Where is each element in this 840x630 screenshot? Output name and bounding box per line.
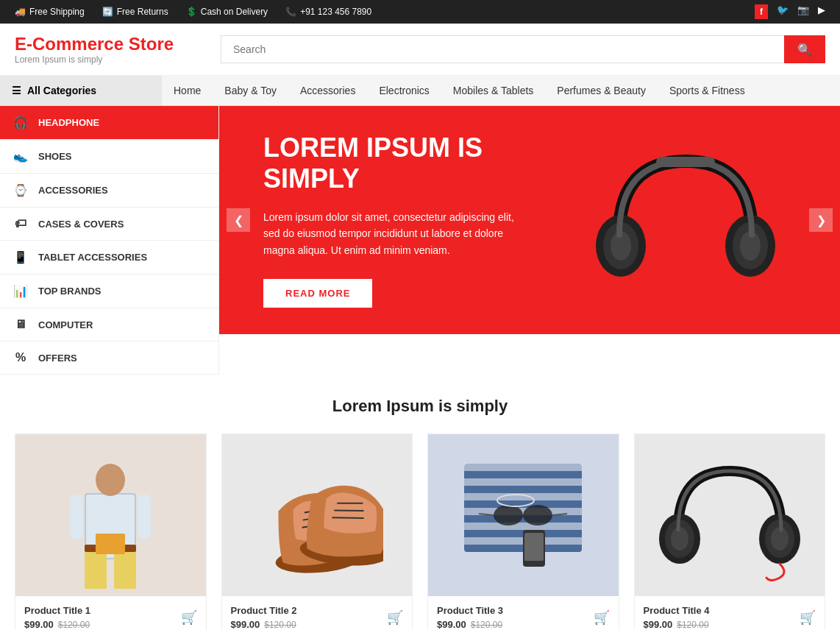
sidebar-label-cases: CASES & COVERS bbox=[38, 219, 124, 230]
sidebar-item-top-brands[interactable]: 📊 TOP BRANDS bbox=[0, 275, 218, 308]
instagram-icon[interactable]: 📷 bbox=[797, 4, 809, 19]
header: E-Commerce Store Lorem Ipsum is simply 🔍 bbox=[0, 24, 840, 76]
product-title-1: Product Title 1 bbox=[24, 605, 90, 616]
truck-icon: 🚚 bbox=[15, 7, 26, 17]
price-old-3: $120.00 bbox=[471, 620, 502, 630]
nav-electronics[interactable]: Electronics bbox=[367, 76, 441, 105]
product-details-1: Product Title 1 $99.00 $120.00 bbox=[24, 605, 90, 630]
nav-links: Home Baby & Toy Accessories Electronics … bbox=[162, 76, 757, 105]
svg-rect-27 bbox=[464, 493, 582, 500]
product-details-3: Product Title 3 $99.00 $120.00 bbox=[437, 605, 503, 630]
svg-rect-10 bbox=[85, 552, 107, 589]
banner: ❮ LOREM IPSUM IS SIMPLY Lorem ipsum dolo… bbox=[219, 106, 840, 334]
sidebar-item-computer[interactable]: 🖥 COMPUTER bbox=[0, 308, 218, 341]
product-price-2: $99.00 $120.00 bbox=[231, 619, 297, 630]
add-to-cart-3[interactable]: 🛒 bbox=[594, 609, 610, 626]
facebook-icon[interactable]: f bbox=[755, 4, 768, 19]
add-to-cart-2[interactable]: 🛒 bbox=[387, 609, 403, 626]
price-old-2: $120.00 bbox=[264, 620, 296, 630]
nav-bar: ☰ All Categories Home Baby & Toy Accesso… bbox=[0, 76, 840, 106]
banner-title: LOREM IPSUM IS SIMPLY bbox=[263, 132, 575, 194]
product-title-2: Product Title 2 bbox=[231, 605, 297, 616]
returns-info: 🔄 Free Returns bbox=[102, 7, 168, 17]
banner-prev-button[interactable]: ❮ bbox=[227, 208, 250, 232]
banner-area: ❮ LOREM IPSUM IS SIMPLY Lorem ipsum dolo… bbox=[219, 106, 840, 375]
svg-point-32 bbox=[523, 505, 552, 525]
product-info-2: Product Title 2 $99.00 $120.00 🛒 bbox=[222, 596, 413, 630]
product-title-3: Product Title 3 bbox=[437, 605, 503, 616]
twitter-icon[interactable]: 🐦 bbox=[777, 4, 789, 19]
product-details-4: Product Title 4 $99.00 $120.00 bbox=[644, 605, 710, 630]
price-old-4: $120.00 bbox=[677, 620, 708, 630]
cod-info: 💲 Cash on Delivery bbox=[186, 7, 268, 17]
product-price-3: $99.00 $120.00 bbox=[437, 619, 503, 630]
price-new-2: $99.00 bbox=[231, 619, 260, 630]
sidebar: 🎧 HEADPHONE 👟 SHOES ⌚ ACCESSORIES 🏷 CASE… bbox=[0, 106, 219, 375]
computer-icon: 🖥 bbox=[12, 318, 29, 331]
phone-icon: 📞 bbox=[285, 7, 296, 17]
banner-next-button[interactable]: ❯ bbox=[809, 208, 833, 232]
accessories-icon: ⌚ bbox=[12, 183, 29, 197]
sidebar-label-computer: COMPUTER bbox=[38, 319, 93, 330]
shoes-icon: 👟 bbox=[12, 149, 29, 163]
product-card-4: Product Title 4 $99.00 $120.00 🛒 bbox=[634, 433, 826, 630]
sidebar-item-cases-covers[interactable]: 🏷 CASES & COVERS bbox=[0, 208, 218, 241]
add-to-cart-4[interactable]: 🛒 bbox=[800, 609, 816, 626]
sidebar-item-shoes[interactable]: 👟 SHOES bbox=[0, 140, 218, 174]
sidebar-label-accessories: ACCESSORIES bbox=[38, 185, 108, 196]
nav-perfumes-beauty[interactable]: Perfumes & Beauty bbox=[545, 76, 658, 105]
sidebar-item-offers[interactable]: % OFFERS bbox=[0, 341, 218, 375]
person-illustration bbox=[59, 442, 162, 589]
sidebar-label-headphone: HEADPHONE bbox=[38, 117, 99, 128]
svg-rect-15 bbox=[96, 534, 125, 554]
nav-home[interactable]: Home bbox=[162, 76, 213, 105]
cash-icon: 💲 bbox=[186, 7, 197, 17]
add-to-cart-1[interactable]: 🛒 bbox=[181, 609, 197, 626]
svg-point-31 bbox=[494, 505, 523, 525]
product-image-3 bbox=[428, 434, 619, 596]
headphone2-illustration bbox=[656, 449, 803, 581]
svg-point-12 bbox=[96, 464, 125, 496]
nav-accessories[interactable]: Accessories bbox=[288, 76, 367, 105]
banner-content: LOREM IPSUM IS SIMPLY Lorem ipsum dolor … bbox=[263, 132, 575, 308]
nav-mobiles-tablets[interactable]: Mobiles & Tablets bbox=[441, 76, 545, 105]
headphone-illustration bbox=[590, 132, 781, 308]
svg-rect-37 bbox=[524, 533, 544, 561]
product-image-1 bbox=[15, 434, 206, 596]
svg-rect-14 bbox=[138, 495, 151, 539]
returns-icon: 🔄 bbox=[102, 7, 113, 17]
section-title: Lorem Ipsum is simply bbox=[15, 397, 825, 416]
product-details-2: Product Title 2 $99.00 $120.00 bbox=[231, 605, 297, 630]
social-icons: f 🐦 📷 ▶ bbox=[755, 4, 825, 19]
product-info-4: Product Title 4 $99.00 $120.00 🛒 bbox=[635, 596, 825, 630]
banner-image bbox=[575, 132, 796, 308]
sidebar-label-offers: OFFERS bbox=[38, 353, 77, 364]
shipping-info: 🚚 Free Shipping bbox=[15, 7, 85, 17]
svg-rect-25 bbox=[464, 464, 582, 471]
clothes-illustration bbox=[449, 442, 597, 589]
product-card-3: Product Title 3 $99.00 $120.00 🛒 bbox=[427, 433, 619, 630]
nav-baby-toy[interactable]: Baby & Toy bbox=[213, 76, 288, 105]
svg-rect-26 bbox=[464, 478, 582, 486]
price-new-3: $99.00 bbox=[437, 619, 466, 630]
sidebar-item-headphone[interactable]: 🎧 HEADPHONE bbox=[0, 106, 218, 140]
search-input[interactable] bbox=[221, 35, 784, 63]
price-new-1: $99.00 bbox=[24, 619, 54, 630]
nav-sports-fitness[interactable]: Sports & Fitness bbox=[658, 76, 757, 105]
sidebar-item-tablet-accessories[interactable]: 📱 TABLET ACCESSORIES bbox=[0, 241, 218, 275]
sidebar-label-tablet: TABLET ACCESSORIES bbox=[38, 252, 147, 263]
main-layout: 🎧 HEADPHONE 👟 SHOES ⌚ ACCESSORIES 🏷 CASE… bbox=[0, 106, 840, 375]
sidebar-item-accessories[interactable]: ⌚ ACCESSORIES bbox=[0, 174, 218, 208]
logo-subtitle: Lorem Ipsum is simply bbox=[15, 54, 221, 65]
svg-rect-29 bbox=[464, 523, 582, 530]
youtube-icon[interactable]: ▶ bbox=[818, 4, 825, 19]
svg-rect-6 bbox=[656, 157, 715, 167]
read-more-button[interactable]: READ MORE bbox=[263, 279, 372, 308]
top-bar: 🚚 Free Shipping 🔄 Free Returns 💲 Cash on… bbox=[0, 0, 840, 24]
all-categories-menu[interactable]: ☰ All Categories bbox=[0, 76, 162, 105]
products-section: Lorem Ipsum is simply bbox=[0, 375, 840, 630]
product-price-1: $99.00 $120.00 bbox=[24, 619, 90, 630]
price-new-4: $99.00 bbox=[644, 619, 673, 630]
svg-rect-13 bbox=[70, 495, 83, 539]
search-button[interactable]: 🔍 bbox=[784, 35, 825, 63]
